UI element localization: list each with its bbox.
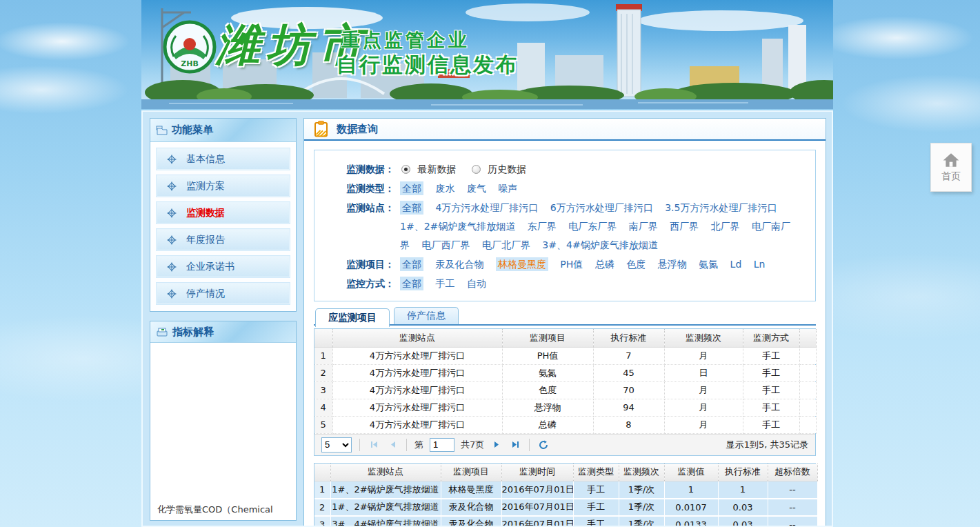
- filter-option-suspended-solids[interactable]: 悬浮物: [658, 259, 687, 270]
- menu-list: 基本信息 监测方案 监测数据 年度报告 企业承诺书: [150, 142, 296, 311]
- sidebar-item-commitment[interactable]: 企业承诺书: [157, 256, 290, 277]
- radio-latest-data[interactable]: [401, 165, 410, 174]
- sidebar-item-annual-report[interactable]: 年度报告: [157, 229, 290, 250]
- indicator-body: 化学需氧量COD（Chemical Oxygen Demand）: [150, 343, 296, 520]
- cell-item: 汞及化合物: [441, 499, 501, 516]
- filter-option-mercury[interactable]: 汞及化合物: [435, 259, 483, 270]
- tab-required-items[interactable]: 应监测项目: [315, 308, 390, 327]
- header-index: [314, 464, 330, 481]
- cell-value: 0.0107: [664, 499, 718, 516]
- divider: [406, 439, 407, 451]
- compass-icon: [167, 262, 177, 272]
- next-page-button[interactable]: [490, 439, 503, 451]
- prev-page-button[interactable]: [386, 439, 399, 451]
- sidebar-item-monitoring-data[interactable]: 监测数据: [157, 202, 290, 223]
- pagination-bar: 5 第 共7页: [314, 434, 815, 455]
- filter-option-manual[interactable]: 手工: [435, 278, 454, 289]
- sidebar-item-monitoring-plan[interactable]: 监测方案: [157, 175, 290, 197]
- row-index: 4: [314, 399, 332, 416]
- filter-option-phosphorus[interactable]: 总磷: [595, 259, 614, 270]
- folder-icon: [156, 126, 168, 135]
- page-number-input[interactable]: [430, 438, 454, 452]
- indicator-panel: 指标解释 化学需氧量COD（Chemical Oxygen Demand）: [150, 321, 297, 521]
- filter-option-station[interactable]: 电厂西厂界: [421, 239, 470, 250]
- filter-option-chroma[interactable]: 色度: [626, 259, 646, 270]
- filter-option-station[interactable]: 6万方污水处理厂排污口: [550, 202, 653, 213]
- sidebar-item-label: 监测方案: [186, 180, 225, 192]
- table-row: 2 1#、2#锅炉废气排放烟道 汞及化合物 2016年07月01日-09 手工 …: [314, 499, 817, 516]
- radio-history-data[interactable]: [472, 165, 481, 174]
- filter-option-auto[interactable]: 自动: [467, 278, 486, 289]
- indicator-marquee-line2: Oxygen Demand）: [157, 519, 288, 520]
- cell-frequency: 月: [664, 347, 743, 364]
- filter-option-ringelmann[interactable]: 林格曼黑度: [496, 257, 548, 271]
- sidebar-item-shutdown-status[interactable]: 停产情况: [157, 283, 290, 304]
- cell-station: 4万方污水处理厂排污口: [332, 381, 502, 399]
- last-page-button[interactable]: [509, 439, 521, 451]
- filter-option-ammonia[interactable]: 氨氮: [699, 259, 718, 270]
- filter-option-station[interactable]: 电厂北厂界: [482, 239, 530, 250]
- cell-time: 2016年07月01日-09: [501, 499, 573, 516]
- cell-frequency: 月: [664, 381, 743, 399]
- cell-spacer: [799, 399, 816, 416]
- required-items-grid: 监测站点 监测项目 执行标准 监测频次 监测方式 1 4万方污水处理厂排污口 P…: [314, 328, 816, 456]
- radio-label-history[interactable]: 历史数据: [488, 163, 526, 175]
- cell-standard: 45: [593, 364, 664, 381]
- filter-option-item-all[interactable]: 全部: [400, 257, 423, 271]
- filter-option-ld[interactable]: Ld: [730, 259, 742, 270]
- table-header-row: 监测站点 监测项目 监测时间 监测类型 监测频次 监测值 执行标准 超标倍数: [314, 464, 817, 481]
- sidebar-item-label: 基本信息: [186, 153, 225, 166]
- filter-label: 监控方式：: [338, 275, 394, 293]
- filter-option-station[interactable]: 北厂界: [711, 221, 740, 232]
- cell-item: 总磷: [502, 416, 593, 433]
- cell-exceedance: --: [768, 516, 817, 527]
- home-button[interactable]: 首页: [930, 143, 972, 192]
- filter-option-station[interactable]: 1#、2#锅炉废气排放烟道: [400, 221, 515, 232]
- filter-option-station[interactable]: 4万方污水处理厂排污口: [435, 202, 538, 213]
- refresh-button[interactable]: [537, 439, 550, 451]
- filter-option-wastewater[interactable]: 废水: [435, 183, 454, 194]
- header-time: 监测时间: [501, 464, 573, 481]
- sidebar-item-label: 年度报告: [186, 234, 225, 246]
- filter-option-station[interactable]: 3#、4#锅炉废气排放烟道: [542, 239, 657, 250]
- site-subtitle-1: 重点监管企业: [341, 28, 470, 52]
- cell-method: 手工: [743, 416, 799, 433]
- divider: [529, 439, 530, 451]
- filter-option-station[interactable]: 电厂东厂界: [568, 221, 617, 232]
- compass-icon: [167, 208, 177, 218]
- tab-shutdown-info[interactable]: 停产信息: [394, 307, 459, 324]
- sidebar-item-basic-info[interactable]: 基本信息: [157, 148, 290, 170]
- cell-item: 悬浮物: [502, 399, 593, 416]
- filter-option-exhaust-gas[interactable]: 废气: [467, 183, 486, 194]
- cell-item: 氨氮: [502, 364, 593, 381]
- filter-option-ln[interactable]: Ln: [754, 259, 766, 270]
- filter-option-station-all[interactable]: 全部: [400, 201, 423, 215]
- cell-time: 2016年07月01日-09: [501, 481, 573, 499]
- header-method: 监测方式: [743, 329, 799, 347]
- filter-option-station[interactable]: 3.5万方污水处理厂排污口: [665, 202, 777, 213]
- header-item: 监测项目: [441, 464, 501, 481]
- cell-item: 色度: [502, 381, 593, 399]
- filter-row-station: 监测站点： 全部 4万方污水处理厂排污口 6万方污水处理厂排污口 3.5万方污水…: [338, 199, 815, 255]
- radio-label-latest[interactable]: 最新数据: [417, 163, 456, 175]
- function-menu-title: 功能菜单: [172, 123, 213, 137]
- filter-option-type-all[interactable]: 全部: [400, 181, 423, 195]
- cell-frequency: 月: [664, 399, 743, 416]
- page-size-select[interactable]: 5: [321, 437, 352, 453]
- filter-option-noise[interactable]: 噪声: [498, 183, 517, 194]
- header-value: 监测值: [664, 464, 718, 481]
- filter-option-station[interactable]: 东厂界: [528, 221, 557, 232]
- filter-option-mode-all[interactable]: 全部: [400, 277, 423, 290]
- cell-station: 4万方污水处理厂排污口: [332, 364, 502, 381]
- filter-option-ph[interactable]: PH值: [560, 259, 583, 270]
- filter-option-station[interactable]: 西厂界: [670, 221, 699, 232]
- filter-option-station[interactable]: 南厂界: [629, 221, 658, 232]
- home-icon: [942, 152, 960, 168]
- monitoring-results-grid: 监测站点 监测项目 监测时间 监测类型 监测频次 监测值 执行标准 超标倍数 1…: [314, 463, 816, 527]
- first-page-button[interactable]: [368, 439, 380, 451]
- cell-frequency: 1季/次: [619, 481, 664, 499]
- compass-icon: [167, 181, 177, 191]
- compass-icon: [167, 235, 177, 245]
- cell-value: 1: [664, 481, 718, 499]
- header-item: 监测项目: [502, 329, 593, 347]
